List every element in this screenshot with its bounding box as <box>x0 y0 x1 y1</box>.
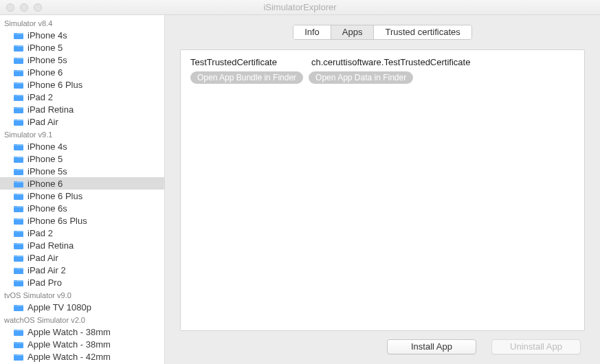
device-label: iPad Retina <box>27 104 74 115</box>
sidebar-item-device[interactable]: iPhone 5 <box>0 41 164 54</box>
sidebar-item-device[interactable]: iPhone 5s <box>0 54 164 66</box>
device-label: iPad Air <box>27 117 58 127</box>
sidebar-item-device[interactable]: Apple TV 1080p <box>0 301 164 313</box>
folder-icon <box>14 217 23 225</box>
device-label: iPad 2 <box>27 92 53 102</box>
sidebar-item-device[interactable]: iPad Air <box>0 115 164 128</box>
sidebar-group-header: watchOS Simulator v2.0 <box>0 313 164 326</box>
sidebar-item-device[interactable]: iPad Air 2 <box>0 264 164 276</box>
folder-icon <box>14 93 23 101</box>
device-label: iPhone 6 Plus <box>27 191 82 201</box>
device-label: iPad 2 <box>27 228 53 238</box>
tab-bar: InfoAppsTrusted certificates <box>293 25 472 40</box>
folder-icon <box>14 279 23 286</box>
device-label: iPhone 5 <box>27 43 63 53</box>
device-label: iPhone 4s <box>27 30 67 41</box>
device-label: iPhone 5s <box>27 55 67 65</box>
sidebar-item-device[interactable]: iPhone 6s Plus <box>0 214 164 227</box>
device-label: iPad Retina <box>27 240 74 251</box>
sidebar-item-device[interactable]: iPad Retina <box>0 103 164 115</box>
sidebar-item-device[interactable]: iPhone 4s <box>0 29 164 41</box>
tab-apps[interactable]: Apps <box>331 25 375 39</box>
main-panel: InfoAppsTrusted certificates TestTrusted… <box>165 15 600 364</box>
install-app-button[interactable]: Install App <box>387 339 476 354</box>
device-label: iPhone 6s <box>27 203 67 214</box>
sidebar-item-device[interactable]: iPad 2 <box>0 227 164 239</box>
folder-icon <box>14 229 23 237</box>
window-title: iSimulatorExplorer <box>0 2 600 12</box>
folder-icon <box>14 242 23 249</box>
folder-icon <box>14 143 23 150</box>
folder-icon <box>14 32 23 39</box>
sidebar-item-device[interactable]: iPhone 5 <box>0 152 164 165</box>
device-label: iPhone 6s Plus <box>27 216 87 226</box>
folder-icon <box>14 44 23 52</box>
sidebar-item-device[interactable]: iPhone 6 <box>0 66 164 78</box>
folder-icon <box>14 205 23 212</box>
uninstall-app-button: Uninstall App <box>491 339 581 354</box>
sidebar-item-device[interactable]: iPhone 4s <box>0 140 164 152</box>
sidebar-item-device[interactable]: iPad Air <box>0 251 164 264</box>
bottom-bar: Install App Uninstall App <box>180 331 585 354</box>
folder-icon <box>14 56 23 64</box>
tab-info[interactable]: Info <box>293 25 331 39</box>
folder-icon <box>14 118 23 126</box>
device-label: iPad Air <box>27 253 58 263</box>
sidebar-item-device[interactable]: Apple Watch - 38mm <box>0 326 164 338</box>
sidebar-group-header: Simulator v8.4 <box>0 16 164 29</box>
app-bundle-id: ch.ceruttisoftware.TestTrustedCertificat… <box>311 57 470 67</box>
open-bundle-button[interactable]: Open App Bundle in Finder <box>190 71 303 84</box>
sidebar-group-header: tvOS Simulator v9.0 <box>0 288 164 301</box>
folder-icon <box>14 180 23 187</box>
folder-icon <box>14 81 23 89</box>
sidebar-item-device[interactable]: iPhone 6 <box>0 177 164 190</box>
sidebar-item-device[interactable]: Apple Watch - 38mm <box>0 338 164 350</box>
device-label: iPhone 4s <box>27 141 67 152</box>
tab-trusted-certificates[interactable]: Trusted certificates <box>374 25 471 39</box>
device-label: iPhone 6 <box>27 67 63 78</box>
device-label: Apple Watch - 38mm <box>27 327 111 337</box>
device-label: iPhone 5s <box>27 166 67 177</box>
folder-icon <box>14 192 23 200</box>
folder-icon <box>14 69 23 76</box>
sidebar-item-device[interactable]: iPhone 6 Plus <box>0 78 164 91</box>
sidebar-group-header: Simulator v9.1 <box>0 128 164 140</box>
sidebar-item-device[interactable]: iPhone 6s <box>0 202 164 214</box>
device-label: iPad Pro <box>27 277 62 288</box>
sidebar-item-device[interactable]: iPhone 6 Plus <box>0 190 164 202</box>
sidebar-item-device[interactable]: iPad Pro <box>0 276 164 288</box>
sidebar-item-device[interactable]: iPad Retina <box>0 239 164 251</box>
device-label: iPad Air 2 <box>27 265 66 275</box>
device-label: iPhone 6 Plus <box>27 80 82 90</box>
device-label: iPhone 6 <box>27 179 63 189</box>
sidebar-item-device[interactable]: Apple Watch - 42mm <box>0 350 164 363</box>
folder-icon <box>14 168 23 175</box>
sidebar-item-device[interactable]: iPad 2 <box>0 91 164 103</box>
folder-icon <box>14 353 23 361</box>
folder-icon <box>14 304 23 311</box>
device-label: iPhone 5 <box>27 154 63 164</box>
apps-panel: TestTrustedCertificatech.ceruttisoftware… <box>180 49 585 331</box>
app-entry[interactable]: TestTrustedCertificatech.ceruttisoftware… <box>190 57 575 84</box>
device-label: Apple TV 1080p <box>27 302 91 312</box>
device-label: Apple Watch - 38mm <box>27 339 111 350</box>
folder-icon <box>14 106 23 113</box>
folder-icon <box>14 254 23 262</box>
sidebar: Simulator v8.4iPhone 4siPhone 5iPhone 5s… <box>0 15 165 364</box>
folder-icon <box>14 266 23 274</box>
titlebar: iSimulatorExplorer <box>0 0 600 15</box>
device-label: Apple Watch - 42mm <box>27 352 111 362</box>
sidebar-item-device[interactable]: iPhone 5s <box>0 165 164 177</box>
open-data-button[interactable]: Open App Data in Finder <box>309 71 413 84</box>
app-name: TestTrustedCertificate <box>190 57 277 67</box>
folder-icon <box>14 341 23 348</box>
folder-icon <box>14 155 23 163</box>
folder-icon <box>14 328 23 336</box>
